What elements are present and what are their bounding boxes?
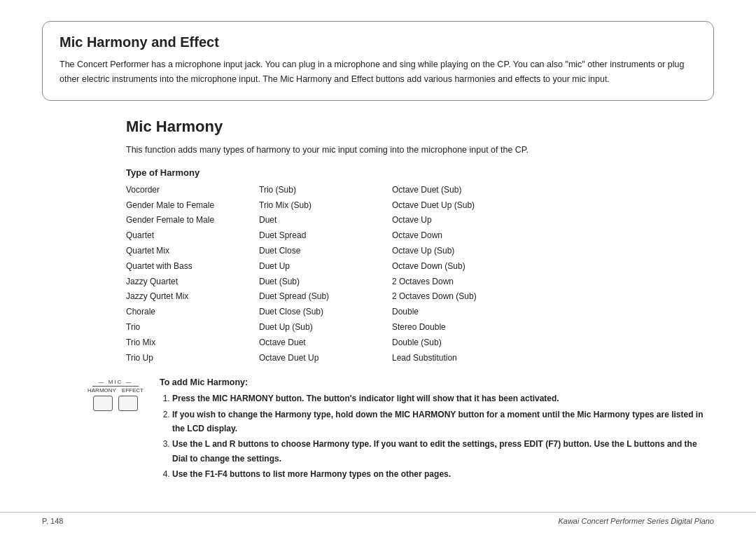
add-instructions: To add Mic Harmony: Press the MIC HARMON… bbox=[160, 377, 714, 482]
add-instructions-title: To add Mic Harmony: bbox=[160, 377, 714, 387]
footer-brand: Kawai Concert Performer Series Digital P… bbox=[558, 517, 714, 525]
type-of-harmony-label: Type of Harmony bbox=[42, 167, 714, 178]
instructions-list: Press the MIC HARMONY button. The button… bbox=[160, 391, 714, 481]
effect-button[interactable] bbox=[118, 396, 138, 411]
list-item: Stereo Double bbox=[392, 321, 525, 335]
list-item: 2 Octaves Down (Sub) bbox=[392, 290, 525, 304]
effect-label: EFFECT bbox=[122, 387, 144, 394]
list-item: Duet Close bbox=[259, 244, 392, 258]
list-item: 2 Octaves Down bbox=[392, 275, 525, 289]
mic-line-label: — MIC — bbox=[92, 379, 139, 387]
list-item: Trio (Sub) bbox=[259, 183, 392, 197]
top-box-title: Mic Harmony and Effect bbox=[59, 34, 696, 50]
list-item: Duet (Sub) bbox=[259, 275, 392, 289]
list-item: Octave Duet Up bbox=[259, 352, 392, 366]
page: Mic Harmony and Effect The Concert Perfo… bbox=[0, 0, 756, 535]
list-item: Octave Down (Sub) bbox=[392, 260, 525, 274]
list-item: Trio Mix (Sub) bbox=[259, 199, 392, 213]
list-item: Gender Female to Male bbox=[126, 214, 259, 228]
harmony-table: Vocorder Gender Male to Female Gender Fe… bbox=[42, 183, 714, 366]
list-item: Gender Male to Female bbox=[126, 199, 259, 213]
list-item: Chorale bbox=[126, 305, 259, 319]
harmony-button[interactable] bbox=[93, 396, 113, 411]
btn-sub-labels: HARMONY EFFECT bbox=[88, 387, 144, 394]
list-item: Octave Down bbox=[392, 229, 525, 243]
instruction-4: Use the F1-F4 buttons to list more Harmo… bbox=[172, 467, 714, 481]
main-section-title: Mic Harmony bbox=[42, 118, 714, 136]
list-item: Double (Sub) bbox=[392, 336, 525, 350]
list-item: Octave Duet Up (Sub) bbox=[392, 199, 525, 213]
button-diagram: — MIC — HARMONY EFFECT bbox=[84, 377, 147, 411]
instruction-3: Use the L and R buttons to choose Harmon… bbox=[172, 437, 714, 466]
top-box-text: The Concert Performer has a microphone i… bbox=[59, 57, 696, 88]
list-item: Octave Duet (Sub) bbox=[392, 183, 525, 197]
list-item: Lead Substitution bbox=[392, 352, 525, 366]
list-item: Duet Spread bbox=[259, 229, 392, 243]
btn-boxes bbox=[93, 396, 138, 411]
list-item: Trio bbox=[126, 321, 259, 335]
harmony-label: HARMONY bbox=[88, 387, 116, 394]
harmony-col-2: Trio (Sub) Trio Mix (Sub) Duet Duet Spre… bbox=[259, 183, 392, 366]
list-item: Duet Up (Sub) bbox=[259, 321, 392, 335]
main-section-intro: This function adds many types of harmony… bbox=[42, 143, 616, 158]
instruction-2: If you wish to change the Harmony type, … bbox=[172, 408, 714, 436]
instruction-1: Press the MIC HARMONY button. The button… bbox=[172, 391, 714, 405]
footer: P. 148 Kawai Concert Performer Series Di… bbox=[0, 512, 756, 525]
list-item: Double bbox=[392, 305, 525, 319]
top-box: Mic Harmony and Effect The Concert Perfo… bbox=[42, 21, 714, 101]
list-item: Quartet Mix bbox=[126, 244, 259, 258]
footer-page-num: P. 148 bbox=[42, 517, 63, 525]
harmony-col-1: Vocorder Gender Male to Female Gender Fe… bbox=[126, 183, 259, 366]
list-item: Duet bbox=[259, 214, 392, 228]
list-item: Jazzy Quartet bbox=[126, 275, 259, 289]
list-item: Octave Up bbox=[392, 214, 525, 228]
list-item: Quartet with Bass bbox=[126, 260, 259, 274]
list-item: Trio Up bbox=[126, 352, 259, 366]
list-item: Duet Spread (Sub) bbox=[259, 290, 392, 304]
list-item: Quartet bbox=[126, 229, 259, 243]
list-item: Octave Up (Sub) bbox=[392, 244, 525, 258]
list-item: Vocorder bbox=[126, 183, 259, 197]
list-item: Duet Up bbox=[259, 260, 392, 274]
list-item: Trio Mix bbox=[126, 336, 259, 350]
add-section: — MIC — HARMONY EFFECT To add Mic Harmon… bbox=[42, 377, 714, 482]
list-item: Octave Duet bbox=[259, 336, 392, 350]
harmony-col-3: Octave Duet (Sub) Octave Duet Up (Sub) O… bbox=[392, 183, 525, 366]
list-item: Jazzy Qurtet Mix bbox=[126, 290, 259, 304]
list-item: Duet Close (Sub) bbox=[259, 305, 392, 319]
